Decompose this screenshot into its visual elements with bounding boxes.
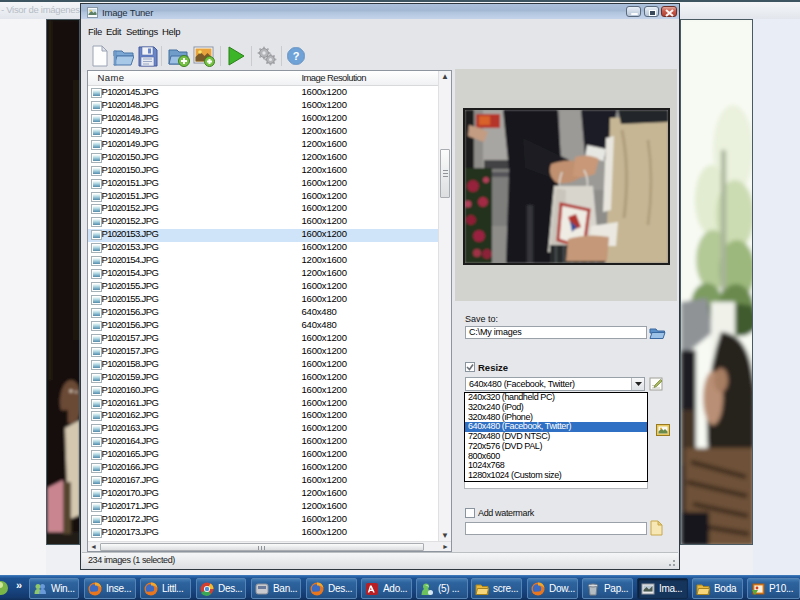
svg-text:?: ? bbox=[293, 50, 300, 62]
